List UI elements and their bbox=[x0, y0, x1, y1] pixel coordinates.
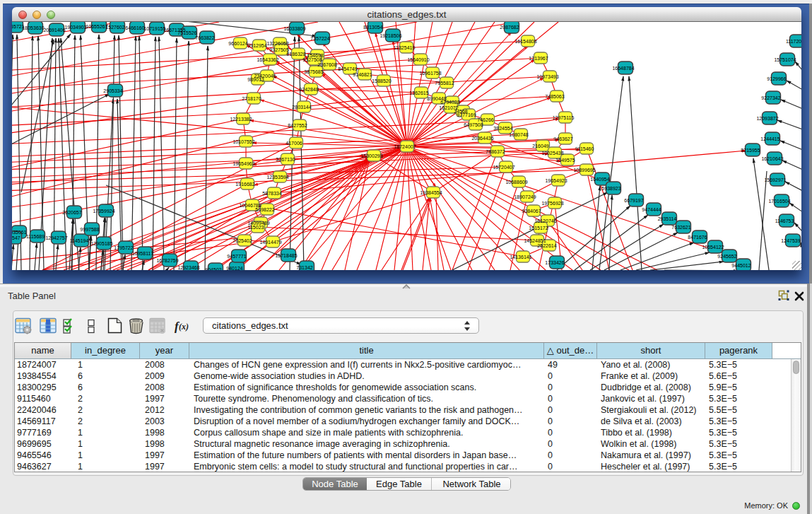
svg-text:16154808: 16154808 bbox=[514, 39, 536, 44]
svg-text:6679197: 6679197 bbox=[624, 198, 643, 203]
svg-text:16648784: 16648784 bbox=[612, 66, 634, 71]
svg-text:417006: 417006 bbox=[286, 141, 302, 146]
svg-text:12213382: 12213382 bbox=[230, 117, 252, 122]
svg-text:(x): (x) bbox=[179, 322, 189, 332]
svg-text:9457771: 9457771 bbox=[227, 254, 246, 259]
svg-text:9463627: 9463627 bbox=[553, 136, 572, 141]
svg-text:5498222: 5498222 bbox=[255, 207, 274, 212]
svg-text:9327508: 9327508 bbox=[302, 57, 322, 62]
svg-text:8454749: 8454749 bbox=[338, 66, 357, 71]
svg-text:1117204: 1117204 bbox=[786, 39, 801, 44]
svg-text:16033809: 16033809 bbox=[283, 26, 305, 31]
svg-text:2803144: 2803144 bbox=[292, 105, 311, 110]
svg-text:8427552: 8427552 bbox=[288, 123, 307, 128]
svg-text:1640954: 1640954 bbox=[590, 177, 609, 182]
svg-text:1635061: 1635061 bbox=[12, 230, 27, 235]
svg-text:1247539: 1247539 bbox=[781, 238, 800, 243]
svg-text:19654963: 19654963 bbox=[233, 161, 254, 166]
svg-text:12975115: 12975115 bbox=[553, 115, 575, 120]
svg-text:115023: 115023 bbox=[248, 225, 264, 230]
svg-text:731342: 731342 bbox=[296, 265, 312, 270]
svg-text:9660124: 9660124 bbox=[228, 41, 247, 46]
svg-text:10973493: 10973493 bbox=[536, 74, 558, 79]
svg-text:1549575: 1549575 bbox=[555, 158, 575, 163]
svg-text:9084067: 9084067 bbox=[522, 209, 541, 214]
svg-text:12905185: 12905185 bbox=[90, 241, 112, 246]
svg-text:9242848: 9242848 bbox=[299, 87, 318, 92]
svg-text:2087682: 2087682 bbox=[500, 25, 519, 30]
svg-text:16210643: 16210643 bbox=[761, 156, 783, 161]
svg-text:9777169: 9777169 bbox=[457, 112, 476, 117]
svg-text:1916682: 1916682 bbox=[235, 182, 254, 187]
svg-text:19384554: 19384554 bbox=[420, 190, 442, 195]
svg-text:1588520: 1588520 bbox=[372, 78, 391, 83]
svg-text:8186328: 8186328 bbox=[286, 52, 305, 57]
svg-text:7663822: 7663822 bbox=[195, 35, 214, 40]
svg-text:11325419: 11325419 bbox=[394, 45, 416, 50]
svg-text:5938923: 5938923 bbox=[601, 186, 620, 191]
svg-text:20691406: 20691406 bbox=[43, 28, 65, 33]
svg-text:9115460: 9115460 bbox=[575, 146, 594, 151]
svg-text:16961758: 16961758 bbox=[419, 71, 441, 76]
svg-text:2522614: 2522614 bbox=[537, 243, 556, 248]
svg-text:18907249: 18907249 bbox=[514, 194, 536, 199]
svg-text:15692971: 15692971 bbox=[764, 177, 786, 182]
svg-text:2905334: 2905334 bbox=[103, 88, 122, 93]
svg-text:1733426: 1733426 bbox=[545, 260, 564, 265]
svg-text:7632621: 7632621 bbox=[671, 225, 690, 230]
svg-text:14136141: 14136141 bbox=[510, 255, 531, 259]
svg-text:6497508: 6497508 bbox=[464, 122, 483, 127]
svg-text:6466160: 6466160 bbox=[125, 25, 144, 30]
svg-text:3824554: 3824554 bbox=[493, 126, 512, 131]
svg-text:1615172: 1615172 bbox=[529, 226, 548, 230]
svg-text:8813054: 8813054 bbox=[363, 25, 382, 30]
svg-text:10654122: 10654122 bbox=[702, 245, 724, 250]
svg-text:14524851: 14524851 bbox=[524, 238, 546, 243]
svg-text:18724007: 18724007 bbox=[394, 144, 416, 149]
svg-text:10107552: 10107552 bbox=[233, 139, 254, 144]
svg-text:15751074: 15751074 bbox=[774, 57, 796, 62]
svg-text:12353594: 12353594 bbox=[266, 175, 288, 180]
svg-text:9227342: 9227342 bbox=[761, 95, 780, 100]
svg-text:1145194: 1145194 bbox=[70, 238, 89, 243]
svg-text:9474444: 9474444 bbox=[642, 207, 661, 212]
svg-text:7886372: 7886372 bbox=[486, 149, 505, 154]
svg-text:16782759: 16782759 bbox=[156, 258, 178, 263]
svg-text:15718485: 15718485 bbox=[275, 253, 297, 258]
svg-text:5878334: 5878334 bbox=[262, 191, 281, 196]
svg-text:216049: 216049 bbox=[532, 144, 548, 148]
svg-text:9997588: 9997588 bbox=[80, 227, 99, 232]
svg-text:9912954: 9912954 bbox=[247, 43, 266, 48]
svg-text:10719155: 10719155 bbox=[143, 26, 165, 31]
svg-text:904502: 904502 bbox=[205, 267, 221, 271]
svg-text:1213967: 1213967 bbox=[529, 56, 548, 61]
svg-text:10958117: 10958117 bbox=[132, 251, 154, 256]
svg-text:12093872: 12093872 bbox=[756, 116, 778, 121]
svg-text:19756928: 19756928 bbox=[541, 201, 563, 206]
svg-text:10655267: 10655267 bbox=[86, 24, 107, 29]
svg-text:10688609: 10688609 bbox=[505, 180, 527, 185]
svg-text:15640910: 15640910 bbox=[407, 57, 429, 62]
svg-text:940124: 940124 bbox=[226, 266, 242, 271]
svg-text:18053630: 18053630 bbox=[22, 25, 44, 30]
svg-text:8215955: 8215955 bbox=[741, 148, 760, 153]
svg-text:7515526: 7515526 bbox=[177, 30, 196, 35]
svg-text:16543362: 16543362 bbox=[257, 57, 278, 62]
svg-text:19654923: 19654923 bbox=[545, 178, 567, 183]
svg-text:1115689: 1115689 bbox=[26, 234, 45, 239]
svg-text:1146753: 1146753 bbox=[775, 218, 794, 223]
svg-text:391547: 391547 bbox=[12, 235, 20, 240]
svg-text:12923468: 12923468 bbox=[177, 265, 199, 270]
svg-text:2867608: 2867608 bbox=[317, 62, 336, 67]
svg-text:17359924: 17359924 bbox=[93, 209, 114, 214]
svg-text:19034903: 19034903 bbox=[64, 25, 86, 30]
svg-text:15300293: 15300293 bbox=[360, 153, 382, 158]
svg-text:2020657: 2020657 bbox=[62, 210, 81, 215]
svg-text:1362615: 1362615 bbox=[409, 90, 428, 95]
svg-text:7625402: 7625402 bbox=[233, 238, 252, 243]
svg-text:6794028: 6794028 bbox=[440, 100, 459, 105]
svg-text:10025438: 10025438 bbox=[541, 151, 563, 156]
svg-text:2935114: 2935114 bbox=[658, 216, 677, 221]
svg-text:9129966: 9129966 bbox=[767, 76, 786, 81]
svg-text:3875685: 3875685 bbox=[304, 69, 323, 74]
